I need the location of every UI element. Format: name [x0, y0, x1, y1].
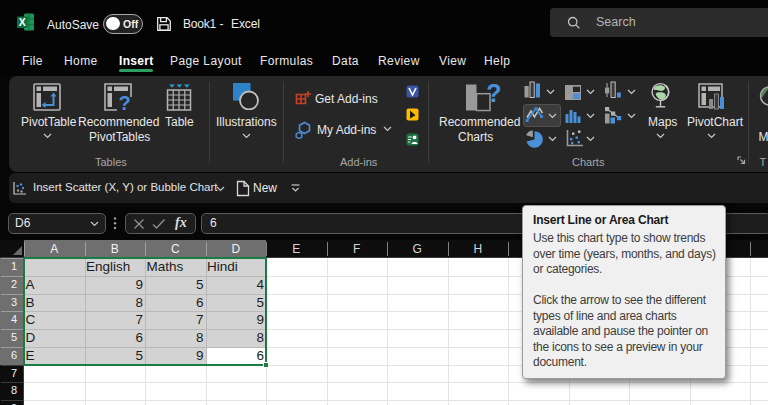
svg-text:?: ?	[486, 82, 501, 107]
svg-text:?: ?	[118, 92, 130, 111]
svg-text:X: X	[19, 16, 26, 28]
